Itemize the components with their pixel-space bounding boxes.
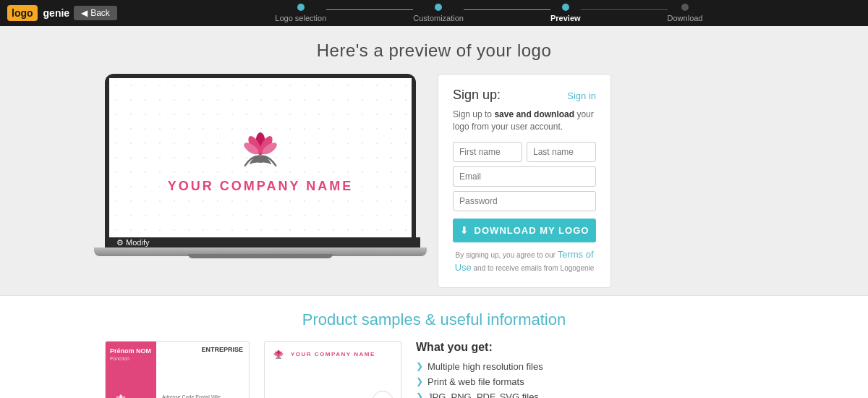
signup-header: Sign up: Sign in [453, 88, 596, 103]
card-right: ENTREPRISE Adresse Code Postal Ville 01 … [156, 342, 249, 398]
download-button[interactable]: ⬇ DOWNLOAD MY LOGO [453, 219, 596, 242]
company-name: YOUR COMPANY NAME [168, 179, 353, 194]
wug-label-1: Print & web file formats [427, 376, 524, 387]
letterhead-top: YOUR COMPANY NAME [271, 347, 395, 362]
progress-steps: Logo selection Customization Preview Dow… [117, 4, 861, 22]
back-button[interactable]: ◀ Back [74, 6, 117, 20]
step-logo-selection: Logo selection [275, 4, 326, 22]
logo-display: YOUR COMPANY NAME [168, 122, 353, 194]
step-line-3 [581, 9, 668, 10]
preview-row: YOUR COMPANY NAME ⚙ Modify Sign up: Sign… [90, 74, 778, 288]
step-label-3: Preview [550, 14, 581, 22]
card-company: ENTREPRISE [162, 346, 243, 353]
step-dot-3 [562, 4, 569, 11]
password-row [453, 191, 596, 211]
back-label: Back [90, 8, 110, 18]
modify-button[interactable]: ⚙ Modify [116, 238, 149, 247]
arrow-icon-0: ❯ [416, 361, 423, 371]
letterhead-logo-icon [271, 347, 286, 362]
letterhead-circle [372, 391, 393, 398]
signup-title: Sign up: [453, 88, 501, 103]
product-row: Prénom NOM Fonction ENTREPRISE Adresse C… [90, 341, 778, 398]
step-label-1: Logo selection [275, 14, 326, 22]
logo-genie: genie [43, 7, 70, 19]
email-row [453, 166, 596, 187]
laptop-screen-outer: YOUR COMPANY NAME ⚙ Modify [105, 74, 416, 247]
card-left: Prénom NOM Fonction [106, 342, 156, 398]
wug-item-2: ❯ JPG, PNG, PDF, SVG files [416, 391, 763, 398]
step-line-2 [464, 9, 550, 10]
signin-link[interactable]: Sign in [567, 90, 596, 101]
bottom-section: Product samples & useful information Pré… [0, 296, 868, 398]
terms-link[interactable]: Terms of Use [455, 249, 594, 273]
step-line-1 [326, 9, 413, 10]
email-input[interactable] [453, 166, 596, 187]
back-arrow-icon: ◀ [81, 8, 88, 18]
step-dot-1 [297, 4, 305, 11]
logo-text: logo [12, 7, 33, 19]
step-customization: Customization [413, 4, 464, 22]
step-label-2: Customization [413, 14, 464, 22]
laptop-container: YOUR COMPANY NAME ⚙ Modify [105, 74, 416, 256]
step-preview: Preview [550, 4, 581, 22]
brand-logo: logo genie [7, 5, 69, 21]
step-dot-4 [681, 4, 689, 11]
step-label-4: Download [668, 14, 703, 22]
wug-label-2: JPG, PNG, PDF, SVG files [427, 391, 539, 398]
product-section-title: Product samples & useful information [302, 310, 566, 329]
letterhead-company-name: YOUR COMPANY NAME [291, 351, 375, 357]
name-fields-row [453, 142, 596, 162]
letterhead-preview: YOUR COMPANY NAME [264, 341, 401, 398]
password-input[interactable] [453, 191, 596, 211]
first-name-input[interactable] [453, 142, 522, 162]
header: logo genie ◀ Back Logo selection Customi… [0, 0, 868, 26]
signup-description: Sign up to save and download your logo f… [453, 109, 596, 133]
laptop-base [94, 247, 427, 256]
wug-label-0: Multiple high resolution files [427, 361, 543, 372]
card-address: Adresse Code Postal Ville [162, 394, 243, 398]
wug-item-0: ❯ Multiple high resolution files [416, 361, 763, 372]
preview-title: Here's a preview of your logo [317, 41, 552, 61]
wug-item-1: ❯ Print & web file formats [416, 376, 763, 387]
step-download: Download [668, 4, 703, 22]
download-btn-label: DOWNLOAD MY LOGO [475, 225, 590, 236]
card-info: Adresse Code Postal Ville 01 02 03 04 05 [162, 394, 243, 398]
download-icon: ⬇ [460, 225, 469, 236]
last-name-input[interactable] [527, 142, 596, 162]
step-dot-2 [435, 4, 442, 11]
laptop-screen: YOUR COMPANY NAME [109, 78, 412, 237]
terms-text: By signing up, you agree to our Terms of… [453, 248, 596, 274]
wug-title: What you get: [416, 341, 763, 354]
what-you-get: What you get: ❯ Multiple high resolution… [416, 341, 763, 398]
business-card-preview: Prénom NOM Fonction ENTREPRISE Adresse C… [105, 341, 250, 398]
card-name: Prénom NOM [110, 347, 152, 355]
signup-panel: Sign up: Sign in Sign up to save and dow… [438, 74, 611, 288]
card-role: Fonction [110, 356, 152, 361]
main-section: Here's a preview of your logo [0, 26, 868, 295]
arrow-icon-1: ❯ [416, 376, 423, 386]
arrow-icon-2: ❯ [416, 391, 423, 398]
card-flower-icon [110, 391, 132, 398]
laptop-bottom-bar: ⚙ Modify [109, 237, 420, 247]
modify-label: ⚙ Modify [116, 238, 149, 247]
flower-logo-icon [231, 122, 289, 173]
